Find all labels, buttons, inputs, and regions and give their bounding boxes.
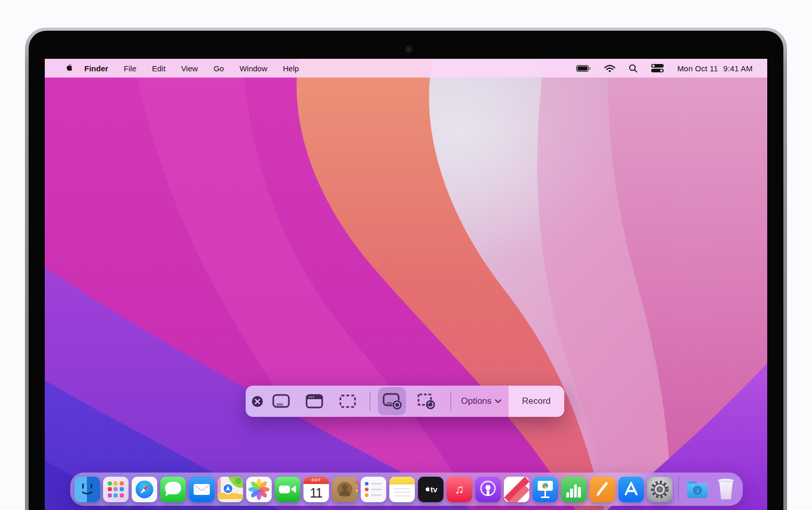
dock-reminders[interactable]: [361, 477, 386, 502]
clock-time: 9:41 AM: [724, 64, 753, 73]
dock-keynote[interactable]: [532, 477, 558, 502]
spotlight-search-icon[interactable]: [629, 64, 638, 73]
dock-numbers[interactable]: [561, 477, 587, 502]
wallpaper: [45, 59, 767, 510]
dock-facetime[interactable]: [275, 477, 300, 502]
menu-item-file[interactable]: File: [124, 64, 136, 73]
dock-system-preferences[interactable]: [647, 477, 673, 502]
dock-contacts[interactable]: [332, 477, 358, 502]
menu-item-view[interactable]: View: [181, 64, 198, 73]
dock-divider: [678, 477, 679, 501]
dock: OCT 11 tv ♫: [70, 473, 743, 506]
options-button[interactable]: Options: [454, 386, 509, 417]
toolbar-divider: [370, 392, 371, 411]
dock-trash[interactable]: [713, 477, 739, 502]
capture-selection-icon: [338, 393, 358, 410]
close-button[interactable]: [251, 386, 263, 417]
chevron-down-icon: [495, 399, 501, 403]
record-button[interactable]: Record: [509, 386, 564, 417]
dock-mail[interactable]: [189, 477, 214, 502]
record-selected-portion-button[interactable]: [416, 386, 436, 417]
gear-icon: [647, 477, 673, 502]
capture-window-icon: [304, 393, 324, 410]
dock-app-store[interactable]: [618, 477, 644, 502]
maps-icon: [218, 477, 243, 502]
mail-envelope-icon: [189, 477, 214, 502]
dock-podcasts[interactable]: [475, 477, 501, 502]
download-arrow-icon: ↓: [693, 486, 702, 495]
dock-launchpad[interactable]: [103, 477, 129, 502]
close-icon: [251, 396, 263, 407]
record-screen-icon: [382, 392, 402, 410]
facetime-camera: [405, 46, 412, 53]
dock-finder[interactable]: [74, 477, 100, 502]
capture-entire-screen-button[interactable]: [271, 386, 291, 417]
photos-pinwheel-icon: [246, 477, 272, 502]
podcasts-icon: [475, 477, 501, 502]
apple-logo-icon: [64, 63, 72, 73]
capture-screen-icon: [271, 393, 291, 410]
battery-icon[interactable]: [576, 65, 591, 72]
dock-messages[interactable]: [160, 477, 186, 502]
menu-bar: Finder File Edit View Go Window Help: [45, 59, 767, 78]
record-entire-screen-button[interactable]: [382, 386, 402, 417]
dock-music[interactable]: ♫: [447, 477, 472, 502]
screenshot-toolbar: Options Record: [246, 386, 564, 417]
menu-item-edit[interactable]: Edit: [152, 64, 166, 73]
options-label: Options: [461, 396, 492, 406]
control-center-icon[interactable]: [651, 64, 664, 72]
menu-bar-clock[interactable]: Mon Oct 11 9:41 AM: [677, 64, 753, 73]
app-store-a-icon: [618, 477, 644, 502]
capture-selected-window-button[interactable]: [304, 386, 324, 417]
pages-pen-icon: [590, 477, 615, 502]
dock-calendar[interactable]: OCT 11: [303, 477, 329, 502]
dock-pages[interactable]: [590, 477, 615, 502]
menu-item-window[interactable]: Window: [239, 64, 267, 73]
calendar-month: OCT: [303, 477, 329, 484]
menu-item-finder[interactable]: Finder: [84, 64, 108, 73]
apple-menu[interactable]: [64, 63, 72, 73]
music-note-icon: ♫: [447, 477, 472, 502]
dock-tv[interactable]: tv: [418, 477, 443, 502]
dock-news[interactable]: [504, 477, 529, 502]
tv-label: tv: [430, 485, 437, 494]
dock-notes[interactable]: [389, 477, 415, 502]
menu-item-help[interactable]: Help: [283, 64, 299, 73]
record-selection-icon: [416, 392, 436, 410]
wifi-icon[interactable]: [604, 65, 615, 72]
dock-photos[interactable]: [246, 477, 272, 502]
apple-logo-icon: [424, 486, 429, 493]
dock-downloads[interactable]: ↓: [684, 477, 710, 502]
menu-item-go[interactable]: Go: [213, 64, 224, 73]
desktop: Finder File Edit View Go Window Help: [45, 59, 767, 510]
calendar-day: 11: [303, 484, 329, 502]
capture-selected-portion-button[interactable]: [338, 386, 358, 417]
safari-compass-icon: [132, 477, 157, 502]
dock-maps[interactable]: [218, 477, 243, 502]
dock-safari[interactable]: [132, 477, 157, 502]
clock-date: Mon Oct 11: [677, 64, 718, 73]
toolbar-divider: [450, 392, 451, 411]
